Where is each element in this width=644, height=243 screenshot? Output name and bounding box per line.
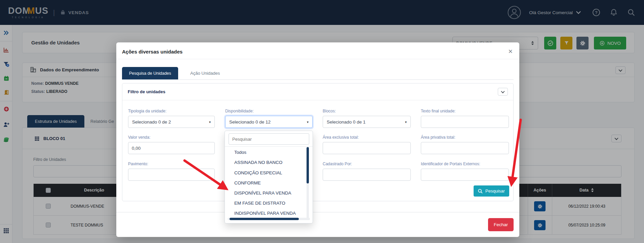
- blocos-select[interactable]: Selecionado 0 de 1▾: [323, 116, 411, 128]
- dropdown-option-condicao-especial[interactable]: CONDIÇÃO ESPECIAL: [225, 168, 302, 178]
- pesquisar-button-label: Pesquisar: [485, 188, 505, 194]
- dropdown-vertical-scrollbar[interactable]: [307, 147, 309, 183]
- search-icon: [478, 189, 483, 194]
- app: DOMMUS TECNOLOGIA | VENDAS Olá Gestor Co…: [0, 0, 644, 243]
- dropdown-divider: [225, 146, 313, 147]
- portais-externos-input[interactable]: [421, 169, 509, 181]
- tipologia-select[interactable]: Selecionado 0 de 2▾: [128, 116, 215, 128]
- dropdown-option-indisponivel-para-venda[interactable]: INDISPONÍVEL PARA VENDA: [225, 208, 302, 218]
- tab-pesquisa-de-unidades[interactable]: Pesquisa de Unidades: [122, 67, 178, 79]
- dropdown-option-assinada-no-banco[interactable]: ASSINADA NO BANCO: [225, 157, 302, 167]
- dropdown-option-conforme[interactable]: CONFORME: [225, 178, 302, 188]
- caret-down-icon: ▾: [405, 120, 407, 124]
- valor-venda-input[interactable]: [128, 142, 215, 154]
- texto-final-label: Texto final unidade:: [421, 109, 455, 113]
- caret-down-icon: ▾: [209, 120, 211, 124]
- pavimento-label: Pavimento:: [128, 162, 148, 166]
- dropdown-horizontal-scrollbar[interactable]: [230, 218, 299, 220]
- modal-footer: Fechar: [116, 212, 519, 237]
- filter-card: Filtro de unidades Tipologia da unidade:…: [122, 83, 514, 201]
- modal-tabs: Pesquisa de Unidades Ação Unidades: [122, 67, 514, 80]
- area-privativa-label: Área privativa total:: [421, 135, 455, 140]
- filter-divider: [122, 100, 513, 100]
- filter-collapse-button[interactable]: [498, 88, 508, 96]
- caret-down-icon: ▾: [307, 120, 309, 124]
- disponibilidade-dropdown-panel: Todos ASSINADA NO BANCO CONDIÇÃO ESPECIA…: [225, 131, 313, 223]
- tipologia-label: Tipologia da unidade:: [128, 109, 166, 113]
- acoes-diversas-modal: Ações diversas unidades × Pesquisa de Un…: [116, 42, 519, 237]
- area-privativa-input[interactable]: [421, 142, 509, 154]
- chevron-down-icon: [501, 89, 505, 93]
- dropdown-option-todos[interactable]: Todos: [225, 147, 302, 157]
- valor-venda-label: Valor venda:: [128, 135, 151, 140]
- texto-final-input[interactable]: [421, 116, 509, 128]
- dropdown-option-disponivel-para-venda[interactable]: DISPONÍVEL PARA VENDA: [225, 188, 302, 198]
- tab-acao-unidades[interactable]: Ação Unidades: [178, 67, 232, 79]
- area-exclusiva-label: Área exclusiva total:: [323, 135, 359, 140]
- portais-externos-label: Identificador de Portais Externos:: [421, 162, 480, 166]
- disponibilidade-label: Disponibilidade:: [225, 109, 254, 113]
- cadastrado-por-label: Cadastrado Por:: [323, 162, 352, 166]
- area-exclusiva-input[interactable]: [323, 142, 411, 154]
- modal-title: Ações diversas unidades: [122, 49, 183, 55]
- close-icon[interactable]: ×: [508, 48, 513, 55]
- modal-header: Ações diversas unidades ×: [116, 42, 519, 59]
- disponibilidade-select[interactable]: Selecionado 0 de 12▾: [225, 116, 313, 128]
- pesquisar-button[interactable]: Pesquisar: [474, 185, 509, 197]
- blocos-label: Blocos:: [323, 109, 336, 113]
- fechar-button[interactable]: Fechar: [488, 218, 514, 231]
- filter-title: Filtro de unidades: [128, 89, 165, 94]
- dropdown-search-input[interactable]: [229, 133, 309, 145]
- dropdown-option-em-fase-de-distrato[interactable]: EM FASE DE DISTRATO: [225, 198, 302, 208]
- cadastrado-por-input[interactable]: [323, 169, 411, 181]
- pavimento-input[interactable]: [128, 169, 215, 181]
